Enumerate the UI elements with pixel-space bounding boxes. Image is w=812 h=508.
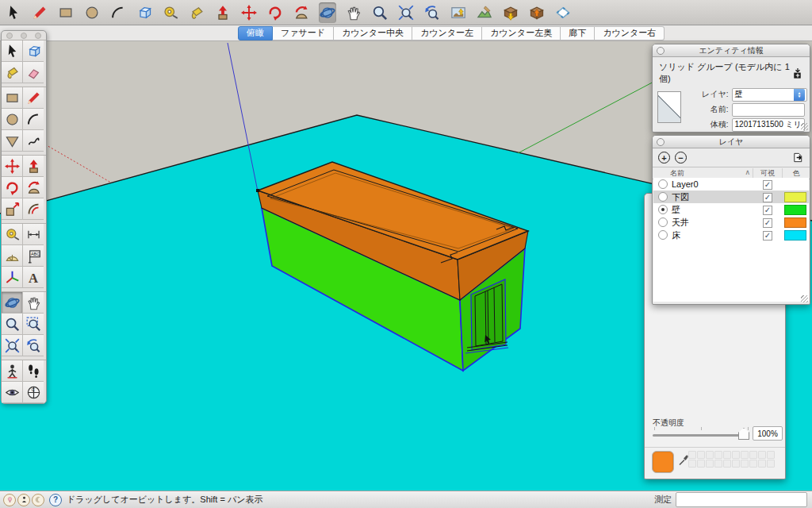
add-location-tool-button[interactable] xyxy=(450,2,467,23)
palette-3d-text-tool[interactable] xyxy=(23,267,44,288)
layer-color-swatch[interactable] xyxy=(784,230,806,241)
layers-titlebar[interactable]: レイヤ xyxy=(653,136,810,148)
select-tool-button[interactable] xyxy=(5,2,22,23)
toggle-info-icon[interactable] xyxy=(791,67,803,79)
resize-grip[interactable] xyxy=(801,295,808,302)
remove-layer-button[interactable]: − xyxy=(675,152,687,164)
chevron-up-down-icon[interactable]: ▲▼ xyxy=(794,89,805,101)
empty-color-swatch[interactable] xyxy=(706,451,714,459)
model-status-button[interactable] xyxy=(32,494,44,506)
empty-color-swatch[interactable] xyxy=(714,451,722,459)
push-pull-tool-button[interactable] xyxy=(214,2,232,23)
empty-color-swatch[interactable] xyxy=(697,460,705,468)
layer-visible-checkbox[interactable]: ✓ xyxy=(763,218,772,228)
empty-color-swatch[interactable] xyxy=(758,460,766,468)
scene-tab[interactable]: カウンター左 xyxy=(412,26,482,40)
palette-line-tool[interactable] xyxy=(23,87,44,109)
empty-color-swatch[interactable] xyxy=(706,460,714,468)
palette-position-camera-tool[interactable] xyxy=(2,360,23,382)
palette-move-tool[interactable] xyxy=(2,156,23,177)
layer-visible-checkbox[interactable]: ✓ xyxy=(763,231,772,241)
scene-tab[interactable]: 俯瞰 xyxy=(238,26,273,40)
add-layer-button[interactable]: + xyxy=(658,152,670,164)
palette-previous-view-tool[interactable] xyxy=(23,335,44,356)
layer-active-radio[interactable] xyxy=(658,192,668,202)
move-tool-button[interactable] xyxy=(240,2,258,23)
layer-row-天井[interactable]: 天井✓ xyxy=(653,216,809,229)
layer-color-swatch[interactable] xyxy=(784,217,806,228)
layer-row-床[interactable]: 床✓ xyxy=(653,229,809,241)
palette-circle-tool[interactable] xyxy=(2,109,23,130)
layers-detail-menu-icon[interactable] xyxy=(792,152,804,164)
make-component-tool-button[interactable] xyxy=(136,2,153,23)
palette-arc-tool[interactable] xyxy=(23,109,44,130)
palette-zoom-extents-tool[interactable] xyxy=(2,335,23,356)
rotate-tool-button[interactable] xyxy=(266,2,284,23)
opacity-value[interactable]: 100% xyxy=(753,426,783,441)
palette-follow-me-tool[interactable] xyxy=(23,177,44,198)
resize-grip[interactable] xyxy=(801,123,808,130)
scene-tab[interactable]: 廊下 xyxy=(561,26,595,40)
entity-info-titlebar[interactable]: エンティティ情報 xyxy=(653,44,810,57)
follow-me-tool-button[interactable] xyxy=(293,2,310,23)
palette-rotate-tool[interactable] xyxy=(2,177,23,198)
palette-select-tool[interactable] xyxy=(2,40,23,62)
layer-active-radio[interactable] xyxy=(658,205,668,214)
layer-visible-checkbox[interactable]: ✓ xyxy=(763,193,772,202)
palette-paint-bucket-tool[interactable] xyxy=(2,62,23,83)
palette-protractor-tool[interactable] xyxy=(2,245,23,267)
empty-color-swatch[interactable] xyxy=(767,451,775,459)
empty-color-swatch[interactable] xyxy=(688,460,696,468)
empty-color-swatch[interactable] xyxy=(732,451,740,459)
scene-tab[interactable]: カウンター右 xyxy=(595,26,665,40)
layer-active-radio[interactable] xyxy=(658,179,668,189)
pan-tool-button[interactable] xyxy=(345,2,362,23)
empty-color-swatch[interactable] xyxy=(767,460,775,468)
empty-color-swatch[interactable] xyxy=(723,451,731,459)
palette-titlebar[interactable] xyxy=(2,31,46,40)
palette-axes-tool[interactable] xyxy=(2,267,23,288)
palette-scale-tool[interactable] xyxy=(2,198,23,220)
circle-tool-button[interactable] xyxy=(83,2,101,23)
palette-walk-tool[interactable] xyxy=(23,360,44,382)
empty-color-swatch[interactable] xyxy=(749,460,757,468)
zoom-extents-tool-button[interactable] xyxy=(397,2,415,23)
palette-zoom-tool[interactable] xyxy=(2,314,23,335)
section-plane-tool-button[interactable] xyxy=(554,2,572,23)
current-color-well[interactable] xyxy=(652,451,674,473)
palette-circulate-tool[interactable] xyxy=(23,382,44,403)
paint-bucket-tool-button[interactable] xyxy=(188,2,205,23)
empty-color-swatch[interactable] xyxy=(741,451,749,459)
empty-color-swatch[interactable] xyxy=(688,451,696,459)
empty-color-swatch[interactable] xyxy=(723,460,731,468)
opacity-slider-track[interactable] xyxy=(653,434,749,437)
palette-polygon-tool[interactable] xyxy=(2,130,23,152)
palette-look-around-tool[interactable] xyxy=(2,382,23,403)
empty-color-swatch[interactable] xyxy=(732,460,740,468)
palette-push-pull-tool[interactable] xyxy=(23,156,44,177)
layer-visible-checkbox[interactable]: ✓ xyxy=(763,180,772,190)
scene-tab[interactable]: ファサード xyxy=(273,26,334,40)
empty-color-swatch[interactable] xyxy=(714,460,722,468)
layer-color-swatch[interactable] xyxy=(784,205,806,215)
scene-tab[interactable]: カウンター左奥 xyxy=(482,26,561,40)
empty-color-swatch[interactable] xyxy=(758,451,766,459)
palette-offset-tool[interactable] xyxy=(23,198,44,220)
orbit-tool-button[interactable] xyxy=(319,2,336,23)
close-icon[interactable] xyxy=(657,138,665,146)
rectangle-tool-button[interactable] xyxy=(57,2,75,23)
palette-eraser-tool[interactable] xyxy=(23,62,44,83)
layer-row-下図[interactable]: 下図✓ xyxy=(653,190,809,203)
empty-color-swatch[interactable] xyxy=(697,451,705,459)
palette-freehand-tool[interactable] xyxy=(23,130,44,152)
layer-row-Layer0[interactable]: Layer0✓ xyxy=(653,178,809,190)
close-icon[interactable] xyxy=(657,47,665,55)
palette-zoom-window-tool[interactable] xyxy=(23,314,44,335)
toggle-terrain-tool-button[interactable] xyxy=(476,2,493,23)
palette-orbit-tool[interactable] xyxy=(2,292,23,314)
volume-field[interactable]: 12017131500 ミリ xyxy=(732,118,805,132)
palette-tape-measure-tool[interactable] xyxy=(2,224,23,245)
zoom-tool-button[interactable] xyxy=(371,2,389,23)
name-field[interactable] xyxy=(732,103,805,117)
measurement-input[interactable] xyxy=(676,492,807,507)
